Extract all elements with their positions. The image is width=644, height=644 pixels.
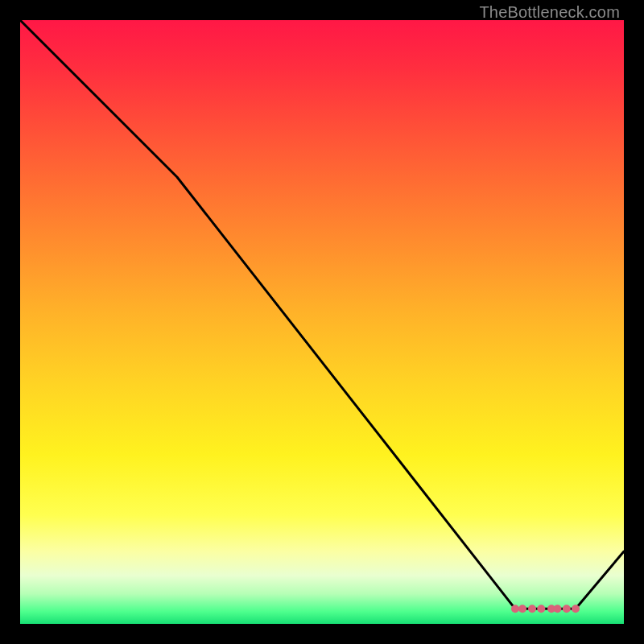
optimal-marker: [518, 605, 526, 613]
optimal-marker: [554, 605, 562, 613]
optimal-marker: [528, 605, 536, 613]
optimal-marker: [572, 605, 580, 613]
chart-overlay: [20, 20, 624, 624]
optimal-marker: [511, 605, 519, 613]
bottleneck-curve: [20, 20, 624, 609]
optimal-marker: [537, 605, 545, 613]
optimal-marker: [563, 605, 571, 613]
attribution-label: TheBottleneck.com: [479, 3, 620, 22]
chart-frame: TheBottleneck.com: [0, 0, 644, 644]
